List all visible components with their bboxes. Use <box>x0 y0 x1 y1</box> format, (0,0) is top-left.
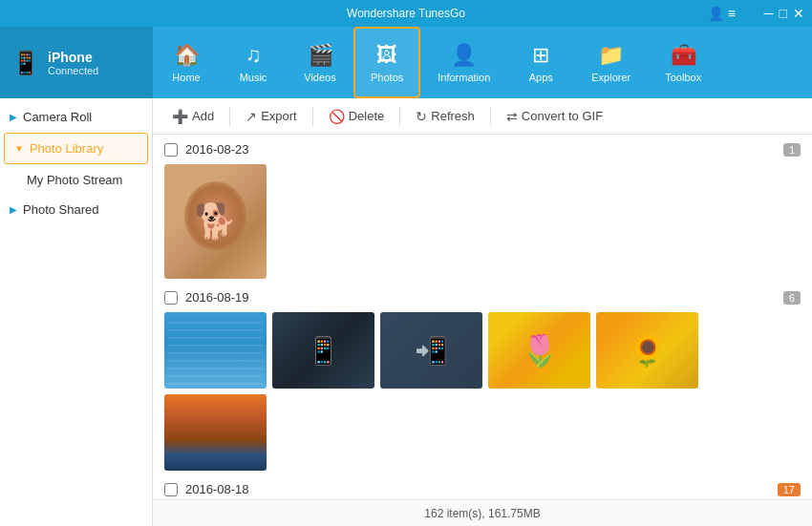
sidebar-item-label-photo-shared: Photo Shared <box>23 202 99 217</box>
tab-music-label: Music <box>240 72 267 83</box>
device-name: iPhone <box>48 50 98 65</box>
expand-arrow-photo-library: ▼ <box>14 143 24 154</box>
tab-videos-label: Videos <box>304 72 335 83</box>
status-bar: 162 item(s), 161.75MB <box>153 499 812 526</box>
sidebar-item-label-camera-roll: Camera Roll <box>23 110 92 124</box>
status-text: 162 item(s), 161.75MB <box>424 507 540 520</box>
delete-icon: 🚫 <box>329 109 345 124</box>
refresh-icon: ↻ <box>416 109 427 124</box>
export-icon: ↗ <box>246 109 257 124</box>
add-label: Add <box>192 109 214 123</box>
toolbar: ➕ Add ↗ Export 🚫 Delete ↻ Refresh ⇄ Conv… <box>153 98 812 135</box>
date-checkbox-0[interactable] <box>164 143 178 157</box>
tab-information[interactable]: 👤 Information <box>420 27 507 98</box>
delete-label: Delete <box>349 109 385 123</box>
date-header-0: 2016-08-23 1 <box>164 142 801 157</box>
divider-1 <box>229 107 230 126</box>
window-controls: ─ □ ✕ <box>764 7 804 20</box>
sidebar-item-my-photo-stream[interactable]: My Photo Stream <box>0 165 152 195</box>
tab-explorer[interactable]: 📁 Explorer <box>574 27 648 98</box>
photo-thumb[interactable] <box>164 394 267 471</box>
sidebar-item-photo-library[interactable]: ▼ Photo Library <box>4 133 148 164</box>
photo-thumb[interactable] <box>164 164 267 279</box>
divider-3 <box>399 107 400 126</box>
photo-row-1 <box>164 312 801 471</box>
photo-thumb[interactable] <box>596 312 698 389</box>
home-icon: 🏠 <box>174 43 200 68</box>
photos-icon: 🖼 <box>376 43 397 68</box>
user-icon[interactable]: 👤 ≡ <box>708 6 736 21</box>
date-label-1: 2016-08-19 <box>185 290 249 305</box>
delete-button[interactable]: 🚫 Delete <box>321 105 393 128</box>
device-icon: 📱 <box>11 50 40 76</box>
export-label: Export <box>261 109 297 123</box>
photo-thumb[interactable] <box>380 312 482 389</box>
main-container: ▶ Camera Roll ▼ Photo Library My Photo S… <box>0 98 812 526</box>
date-count-0: 1 <box>783 143 801 157</box>
date-header-1: 2016-08-19 6 <box>164 290 801 305</box>
add-icon: ➕ <box>172 109 188 124</box>
photo-thumb[interactable] <box>164 312 267 389</box>
date-header-2: 2016-08-18 17 <box>164 482 801 496</box>
tab-photos-label: Photos <box>371 72 403 83</box>
tab-home[interactable]: 🏠 Home <box>153 27 220 98</box>
sidebar: ▶ Camera Roll ▼ Photo Library My Photo S… <box>0 98 153 526</box>
date-checkbox-2[interactable] <box>164 483 178 496</box>
tab-information-label: Information <box>438 72 490 83</box>
tab-videos[interactable]: 🎬 Videos <box>287 27 353 98</box>
nav-tabs: 🏠 Home ♫ Music 🎬 Videos 🖼 Photos 👤 Infor… <box>153 27 812 98</box>
refresh-button[interactable]: ↻ Refresh <box>408 105 482 128</box>
music-icon: ♫ <box>246 43 262 68</box>
toolbox-icon: 🧰 <box>671 43 696 68</box>
device-info: iPhone Connected <box>48 50 98 76</box>
refresh-label: Refresh <box>431 109 475 123</box>
tab-apps[interactable]: ⊞ Apps <box>507 27 574 98</box>
date-group-1: 2016-08-19 6 <box>164 290 801 471</box>
date-label-2: 2016-08-18 <box>185 482 249 496</box>
tab-photos[interactable]: 🖼 Photos <box>353 27 420 98</box>
date-group-2: 2016-08-18 17 <box>164 482 801 499</box>
apps-icon: ⊞ <box>532 43 549 68</box>
maximize-button[interactable]: □ <box>780 7 787 20</box>
content-area: ➕ Add ↗ Export 🚫 Delete ↻ Refresh ⇄ Conv… <box>153 98 812 526</box>
photo-thumb[interactable] <box>272 312 374 389</box>
divider-2 <box>312 107 313 126</box>
convert-icon: ⇄ <box>506 109 518 124</box>
device-status: Connected <box>48 65 98 76</box>
videos-icon: 🎬 <box>308 43 333 68</box>
sidebar-item-camera-roll[interactable]: ▶ Camera Roll <box>0 102 152 132</box>
tab-music[interactable]: ♫ Music <box>220 27 287 98</box>
photo-row-0 <box>164 164 801 279</box>
convert-gif-button[interactable]: ⇄ Convert to GIF <box>499 105 610 128</box>
sidebar-item-label-my-photo-stream: My Photo Stream <box>27 173 122 187</box>
photo-grid-area[interactable]: 2016-08-23 1 2016-08-19 6 <box>153 135 812 499</box>
tab-explorer-label: Explorer <box>591 72 630 83</box>
app-title: Wondershare TunesGo <box>347 7 465 20</box>
date-count-1: 6 <box>783 291 801 305</box>
minimize-button[interactable]: ─ <box>764 7 774 20</box>
expand-arrow-photo-shared: ▶ <box>10 204 17 215</box>
tab-toolbox[interactable]: 🧰 Toolbox <box>648 27 718 98</box>
photo-thumb[interactable] <box>488 312 590 389</box>
title-bar: 👤 ≡ Wondershare TunesGo ─ □ ✕ <box>0 0 812 27</box>
export-button[interactable]: ↗ Export <box>238 105 305 128</box>
convert-label: Convert to GIF <box>522 109 603 123</box>
explorer-icon: 📁 <box>598 43 624 68</box>
date-label-0: 2016-08-23 <box>185 142 249 157</box>
add-button[interactable]: ➕ Add <box>164 105 222 128</box>
date-checkbox-1[interactable] <box>164 291 178 305</box>
divider-4 <box>490 107 491 126</box>
device-section: 📱 iPhone Connected <box>0 27 153 98</box>
sidebar-item-label-photo-library: Photo Library <box>30 141 103 156</box>
expand-arrow-camera-roll: ▶ <box>10 112 17 122</box>
nav-bar: 📱 iPhone Connected 🏠 Home ♫ Music 🎬 Vide… <box>0 27 812 98</box>
tab-apps-label: Apps <box>529 72 553 83</box>
close-button[interactable]: ✕ <box>793 7 804 20</box>
date-group-0: 2016-08-23 1 <box>164 142 801 279</box>
sidebar-item-photo-shared[interactable]: ▶ Photo Shared <box>0 195 152 224</box>
information-icon: 👤 <box>451 43 477 68</box>
tab-toolbox-label: Toolbox <box>665 72 701 83</box>
tab-home-label: Home <box>172 72 200 83</box>
date-count-2: 17 <box>778 483 801 496</box>
